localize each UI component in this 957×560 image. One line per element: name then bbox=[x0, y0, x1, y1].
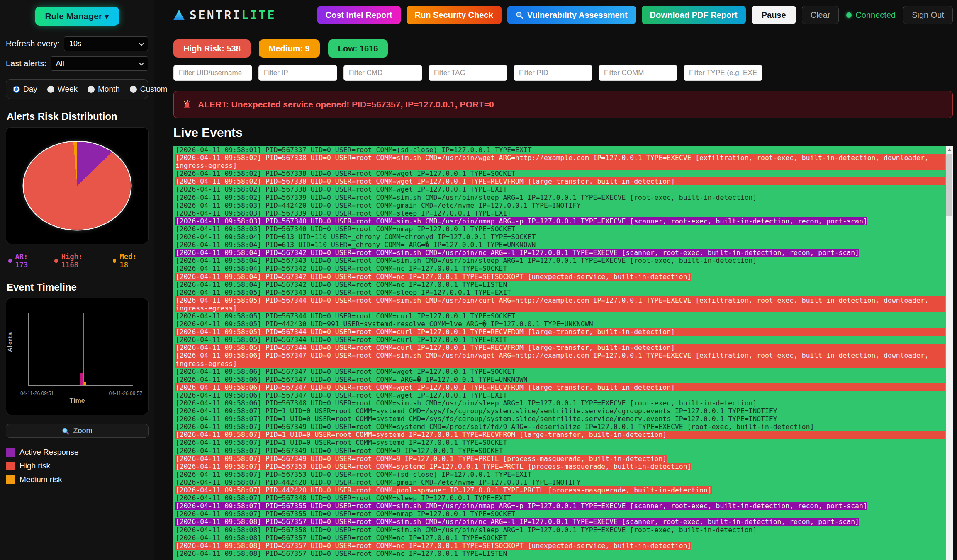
log-line-text: [2026-04-11 09:58:07] PID=1 UID=0 USER=r… bbox=[175, 431, 945, 439]
risk-badge: High Risk: 538 bbox=[173, 39, 251, 58]
run-security-check-button[interactable]: Run Security Check bbox=[407, 6, 502, 24]
magnifier-icon bbox=[516, 11, 524, 19]
log-line: [2026-04-11 09:58:02] PID=567338 UID=0 U… bbox=[175, 170, 945, 177]
log-line: [2026-04-11 09:58:07] PID=1 UID=0 USER=r… bbox=[175, 407, 945, 415]
log-line: [2026-04-11 09:58:06] PID=567347 UID=0 U… bbox=[175, 376, 945, 383]
scrollbar-thumb[interactable] bbox=[946, 154, 952, 216]
main-content: SENTRILITE Cost Intel Report Run Securit… bbox=[154, 0, 957, 560]
log-line-text: [2026-04-11 09:58:07] PID=567349 UID=0 U… bbox=[175, 455, 667, 463]
timeline-tick-right: 04-11-26 09:57 bbox=[109, 390, 142, 396]
cost-intel-report-button[interactable]: Cost Intel Report bbox=[317, 6, 401, 24]
log-line-text: [2026-04-11 09:58:07] PID=567349 UID=0 U… bbox=[175, 423, 814, 431]
event-timeline-panel: Alerts 04-11-26 09:51 04-11-26 09:57 Tim… bbox=[6, 298, 149, 415]
log-line-text: [2026-04-11 09:58:08] PID=567357 UID=0 U… bbox=[175, 518, 859, 526]
timeline-ylabel: Alerts bbox=[6, 332, 13, 352]
date-range-radio-group: Day Week Month Custom bbox=[6, 79, 148, 99]
brand-prefix: SENTRI bbox=[190, 8, 241, 22]
log-line: [2026-04-11 09:58:03] PID=442420 UID=0 U… bbox=[175, 201, 945, 209]
pie-stat-label: High: 1168 bbox=[61, 252, 102, 269]
log-line: [2026-04-11 09:58:04] PID=613 UID=110 US… bbox=[175, 241, 945, 249]
log-line-text: [2026-04-11 09:58:04] PID=613 UID=110 US… bbox=[175, 241, 536, 249]
filter-input[interactable] bbox=[514, 65, 592, 81]
brand: SENTRILITE bbox=[173, 8, 276, 22]
log-line: [2026-04-11 09:58:04] PID=567342 UID=0 U… bbox=[175, 264, 945, 272]
log-line-text: [2026-04-11 09:58:03] PID=567339 UID=0 U… bbox=[175, 209, 511, 217]
range-option-label: Month bbox=[98, 85, 120, 94]
legend-swatch bbox=[6, 448, 15, 457]
log-line: [2026-04-11 09:58:08] PID=567357 UID=0 U… bbox=[175, 542, 945, 550]
log-line: [2026-04-11 09:58:02] PID=567339 UID=0 U… bbox=[175, 194, 945, 201]
log-line-text: [2026-04-11 09:58:08] PID=567357 UID=0 U… bbox=[175, 550, 507, 558]
last-alerts-row: Last alerts: All bbox=[6, 56, 148, 71]
pie-stat: High: 1168 bbox=[54, 252, 102, 269]
alert-banner: ALERT: Unexpected service opened! PID=56… bbox=[173, 91, 953, 118]
radio-icon bbox=[47, 86, 54, 93]
stat-dot-icon bbox=[8, 259, 12, 263]
refresh-select[interactable]: 10s bbox=[64, 36, 148, 51]
refresh-select-value: 10s bbox=[69, 39, 81, 48]
log-line: [2026-04-11 09:58:05] PID=567344 UID=0 U… bbox=[175, 328, 945, 336]
log-line-text: [2026-04-11 09:58:07] PID=442420 UID=0 U… bbox=[175, 478, 581, 486]
log-scrollbar[interactable] bbox=[946, 146, 953, 560]
log-line-text: [2026-04-11 09:58:05] PID=567344 UID=0 U… bbox=[175, 328, 945, 336]
app-root: Rule Manager ▾ Refresh every: 10s Last a… bbox=[0, 0, 957, 560]
log-line: [2026-04-11 09:58:07] PID=567349 UID=0 U… bbox=[175, 455, 945, 463]
scroll-up-arrow-icon[interactable] bbox=[947, 148, 952, 151]
log-line-text: [2026-04-11 09:58:08] PID=567357 UID=0 U… bbox=[175, 534, 507, 542]
download-pdf-report-button[interactable]: Download PDF Report bbox=[642, 6, 746, 24]
rule-manager-button[interactable]: Rule Manager ▾ bbox=[35, 7, 119, 26]
legend-label: Active Response bbox=[19, 448, 79, 457]
log-line: [2026-04-11 09:58:07] PID=567353 UID=0 U… bbox=[175, 463, 945, 470]
filter-input[interactable] bbox=[343, 65, 422, 81]
log-line-text: [2026-04-11 09:58:02] PID=567338 UID=0 U… bbox=[175, 170, 515, 177]
log-line-text: [2026-04-11 09:58:07] PID=567355 UID=0 U… bbox=[175, 502, 867, 510]
live-events-log[interactable]: [2026-04-11 09:58:01] PID=567337 UID=0 U… bbox=[173, 146, 953, 560]
timeline-ar-bar bbox=[80, 373, 83, 385]
log-line-text: [2026-04-11 09:58:07] PID=567355 UID=0 U… bbox=[175, 510, 515, 518]
log-line-text: [2026-04-11 09:58:04] PID=567342 UID=0 U… bbox=[175, 249, 859, 257]
log-line-text: [2026-04-11 09:58:05] PID=567344 UID=0 U… bbox=[175, 336, 507, 344]
last-alerts-label: Last alerts: bbox=[6, 59, 46, 68]
sign-out-button[interactable]: Sign Out bbox=[903, 6, 953, 24]
timeline-med-bar bbox=[84, 382, 86, 385]
log-line-text: [2026-04-11 09:58:06] PID=567348 UID=0 U… bbox=[175, 399, 757, 407]
log-line: [2026-04-11 09:58:04] PID=567342 UID=0 U… bbox=[175, 273, 945, 281]
timeline-plot bbox=[28, 313, 133, 386]
log-line: [2026-04-11 09:58:03] PID=567340 UID=0 U… bbox=[175, 217, 945, 225]
filter-input[interactable] bbox=[599, 65, 677, 81]
filter-input[interactable] bbox=[173, 65, 252, 81]
alert-banner-text: ALERT: Unexpected service opened! PID=56… bbox=[198, 99, 494, 109]
brand-triangle-icon bbox=[173, 10, 185, 20]
last-alerts-select[interactable]: All bbox=[51, 56, 148, 71]
timeline-section-title: Event Timeline bbox=[7, 281, 148, 293]
radio-icon bbox=[130, 86, 137, 93]
range-option-label: Day bbox=[23, 85, 37, 94]
log-line: [2026-04-11 09:58:07] PID=567349 UID=0 U… bbox=[175, 447, 945, 455]
log-line: [2026-04-11 09:58:05] PID=567344 UID=0 U… bbox=[175, 296, 945, 312]
zoom-button-label: Zoom bbox=[73, 427, 92, 435]
range-option[interactable]: Day bbox=[13, 85, 37, 94]
log-line-text: [2026-04-11 09:58:05] PID=567344 UID=0 U… bbox=[175, 344, 945, 352]
filter-input[interactable] bbox=[684, 65, 762, 81]
zoom-button[interactable]: Zoom bbox=[6, 424, 149, 438]
filter-input[interactable] bbox=[258, 65, 337, 81]
legend-swatch bbox=[6, 475, 15, 484]
range-option[interactable]: Week bbox=[47, 85, 78, 94]
vulnerability-assessment-button[interactable]: Vulnerability Assessment bbox=[507, 6, 636, 24]
legend-swatch bbox=[6, 462, 15, 470]
log-line: [2026-04-11 09:58:05] PID=567343 UID=0 U… bbox=[175, 288, 945, 296]
log-line-text: [2026-04-11 09:58:02] PID=567338 UID=0 U… bbox=[175, 177, 945, 185]
clear-button[interactable]: Clear bbox=[802, 6, 839, 24]
chevron-down-icon bbox=[139, 41, 144, 46]
range-option[interactable]: Month bbox=[88, 85, 120, 94]
log-line: [2026-04-11 09:58:08] PID=567358 UID=0 U… bbox=[175, 526, 945, 534]
filter-input[interactable] bbox=[429, 65, 507, 81]
pie-stats: AR: 173 High: 1168 Med: 18 bbox=[8, 252, 148, 269]
topbar-actions: Cost Intel Report Run Security Check Vul… bbox=[317, 6, 953, 24]
risk-badges: High Risk: 538 Medium: 9 Low: 1616 bbox=[173, 39, 953, 58]
log-line: [2026-04-11 09:58:02] PID=567338 UID=0 U… bbox=[175, 154, 945, 170]
timeline-xlabel: Time bbox=[6, 397, 148, 405]
pause-button[interactable]: Pause bbox=[752, 6, 796, 24]
log-line-text: [2026-04-11 09:58:07] PID=567349 UID=0 U… bbox=[175, 447, 503, 455]
log-line-text: [2026-04-11 09:58:03] PID=567340 UID=0 U… bbox=[175, 225, 515, 233]
